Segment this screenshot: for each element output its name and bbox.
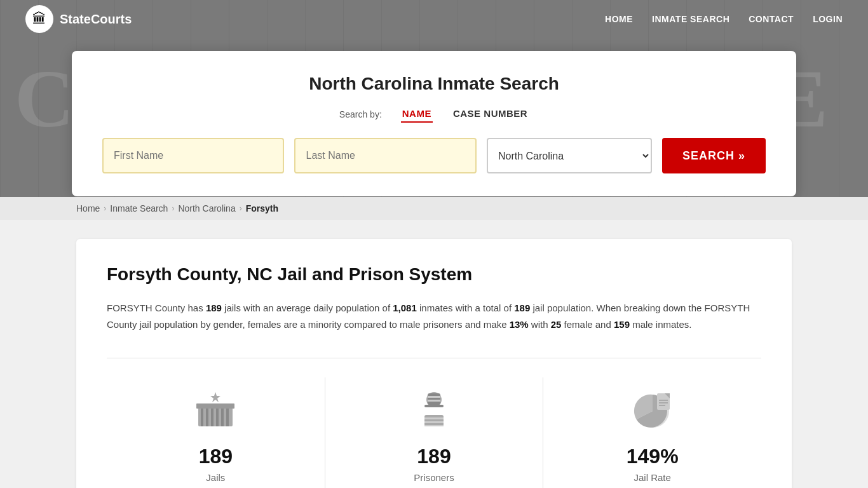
- svg-rect-10: [424, 405, 444, 407]
- svg-rect-12: [428, 396, 440, 398]
- female-count: 25: [551, 319, 562, 330]
- search-by-label: Search by:: [339, 109, 382, 119]
- female-pct: 13%: [510, 319, 529, 330]
- svg-rect-5: [221, 407, 224, 426]
- text-before-jails: FORSYTH County has: [107, 302, 206, 313]
- breadcrumb-sep-2: ›: [172, 204, 174, 213]
- text-after-pct: with: [529, 319, 551, 330]
- nav-contact[interactable]: CONTACT: [749, 14, 794, 24]
- breadcrumb-sep-1: ›: [104, 204, 106, 213]
- logo[interactable]: 🏛 StateCourts: [25, 5, 132, 33]
- male-count: 159: [614, 319, 630, 330]
- content-title: Forsyth County, NC Jail and Prison Syste…: [107, 264, 761, 285]
- text-after-female: female and: [561, 319, 614, 330]
- logo-icon: 🏛: [25, 5, 53, 33]
- svg-rect-13: [428, 400, 440, 402]
- jail-rate-stat-label: Jail Rate: [634, 472, 671, 483]
- logo-text: StateCourts: [60, 12, 132, 27]
- svg-rect-7: [196, 403, 234, 409]
- jail-icon: [190, 384, 241, 435]
- search-card-wrapper: North Carolina Inmate Search Search by: …: [0, 51, 868, 196]
- svg-rect-17: [424, 425, 444, 426]
- total-jails: 189: [514, 302, 530, 313]
- prisoners-stat-number: 189: [417, 445, 451, 468]
- stats-row: 189 Jails: [107, 358, 761, 488]
- stat-jails: 189 Jails: [107, 377, 325, 488]
- hero-section: COURTHOUSE 🏛 StateCourts HOME INMATE SEA…: [0, 0, 868, 197]
- nav-inmate-search[interactable]: INMATE SEARCH: [652, 14, 729, 24]
- state-select[interactable]: North Carolina Alabama Alaska Arizona Ar…: [487, 138, 652, 173]
- svg-rect-4: [216, 407, 219, 426]
- svg-rect-21: [659, 400, 668, 401]
- tab-name[interactable]: NAME: [401, 105, 433, 123]
- text-after-male: male inmates.: [630, 319, 692, 330]
- breadcrumb-state[interactable]: North Carolina: [178, 203, 235, 214]
- text-after-jails: jails with an average daily population o…: [222, 302, 393, 313]
- population-count: 1,081: [393, 302, 417, 313]
- stat-jail-rate: 149% Jail Rate: [543, 377, 761, 488]
- tab-case-number[interactable]: CASE NUMBER: [452, 105, 529, 123]
- prisoners-stat-label: Prisoners: [414, 472, 454, 483]
- content-card: Forsyth County, NC Jail and Prison Syste…: [76, 239, 792, 488]
- svg-rect-16: [424, 421, 444, 423]
- svg-rect-3: [211, 407, 214, 426]
- first-name-input[interactable]: [102, 138, 284, 173]
- nav-login[interactable]: LOGIN: [813, 14, 843, 24]
- content-paragraph: FORSYTH County has 189 jails with an ave…: [107, 300, 761, 332]
- breadcrumb: Home › Inmate Search › North Carolina › …: [0, 197, 868, 220]
- search-card: North Carolina Inmate Search Search by: …: [72, 51, 796, 196]
- jails-stat-label: Jails: [206, 472, 225, 483]
- main-content: Forsyth County, NC Jail and Prison Syste…: [0, 220, 868, 488]
- breadcrumb-sep-3: ›: [240, 204, 242, 213]
- svg-rect-1: [201, 407, 203, 426]
- last-name-input[interactable]: [294, 138, 476, 173]
- search-button[interactable]: SEARCH »: [662, 138, 766, 173]
- breadcrumb-home[interactable]: Home: [76, 203, 100, 214]
- jail-rate-stat-number: 149%: [627, 445, 679, 468]
- search-tabs: Search by: NAME CASE NUMBER: [102, 105, 766, 123]
- jails-count: 189: [206, 302, 222, 313]
- prisoner-icon: [409, 384, 459, 435]
- svg-rect-23: [659, 405, 665, 406]
- svg-rect-2: [206, 407, 208, 426]
- rate-icon: [627, 384, 678, 435]
- stat-prisoners: 189 Prisoners: [325, 377, 544, 488]
- svg-rect-11: [428, 393, 440, 405]
- svg-rect-6: [226, 407, 229, 426]
- jails-stat-number: 189: [199, 445, 233, 468]
- svg-rect-22: [659, 402, 668, 403]
- breadcrumb-inmate-search[interactable]: Inmate Search: [110, 203, 168, 214]
- search-card-title: North Carolina Inmate Search: [102, 74, 766, 94]
- svg-marker-8: [210, 392, 220, 402]
- nav-home[interactable]: HOME: [605, 14, 633, 24]
- nav-links: HOME INMATE SEARCH CONTACT LOGIN: [605, 14, 843, 24]
- text-after-population: inmates with a total of: [417, 302, 514, 313]
- breadcrumb-current: Forsyth: [246, 203, 278, 214]
- search-fields: North Carolina Alabama Alaska Arizona Ar…: [102, 138, 766, 173]
- svg-rect-14: [424, 415, 444, 426]
- svg-rect-15: [424, 417, 444, 419]
- navbar: 🏛 StateCourts HOME INMATE SEARCH CONTACT…: [0, 0, 868, 38]
